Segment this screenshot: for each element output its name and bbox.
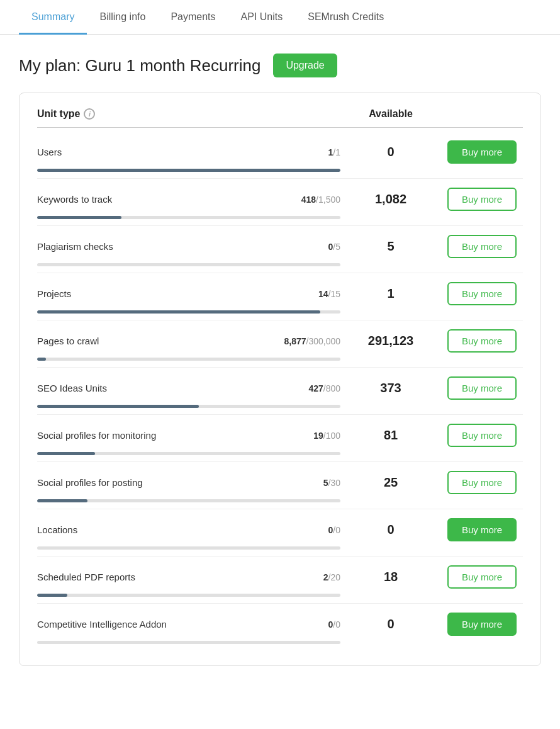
unit-available: 5 bbox=[340, 239, 441, 254]
buy-btn-wrapper: Buy more bbox=[441, 376, 523, 400]
buy-more-button[interactable]: Buy more bbox=[447, 613, 517, 636]
tab-summary[interactable]: Summary bbox=[19, 0, 87, 35]
buy-more-button[interactable]: Buy more bbox=[447, 140, 517, 164]
row-top-8: Locations0/00Buy more bbox=[37, 518, 523, 541]
buy-more-button[interactable]: Buy more bbox=[447, 188, 517, 211]
page-title-area: My plan: Guru 1 month Recurring Upgrade bbox=[0, 54, 560, 93]
buy-more-button[interactable]: Buy more bbox=[447, 329, 517, 353]
progress-bar-bg bbox=[37, 641, 340, 644]
unit-available: 0 bbox=[340, 523, 441, 537]
unit-usage: 5/30 bbox=[265, 478, 340, 488]
buy-more-button[interactable]: Buy more bbox=[447, 282, 517, 305]
unit-usage: 427/800 bbox=[265, 383, 340, 393]
table-row: Scheduled PDF reports2/2018Buy more bbox=[37, 557, 523, 604]
buy-btn-wrapper: Buy more bbox=[441, 424, 523, 447]
progress-row bbox=[37, 167, 523, 172]
unit-name: Social profiles for posting bbox=[37, 477, 265, 488]
table-row: Pages to crawl8,877/300,000291,123Buy mo… bbox=[37, 320, 523, 368]
info-icon[interactable]: i bbox=[84, 108, 95, 120]
progress-row bbox=[37, 592, 523, 597]
buy-btn-wrapper: Buy more bbox=[441, 235, 523, 258]
unit-available: 1,082 bbox=[340, 192, 441, 206]
progress-bar-bg bbox=[37, 310, 340, 314]
table-row: Plagiarism checks0/55Buy more bbox=[37, 226, 523, 273]
table-header: Unit type i Available bbox=[37, 108, 523, 128]
table-row: Users1/10Buy more bbox=[37, 132, 523, 179]
row-top-2: Plagiarism checks0/55Buy more bbox=[37, 235, 523, 258]
unit-name: Social profiles for monitoring bbox=[37, 430, 265, 441]
table-row: Competitive Intelligence Addon0/00Buy mo… bbox=[37, 604, 523, 650]
progress-row bbox=[37, 498, 523, 502]
unit-name: Locations bbox=[37, 524, 265, 535]
buy-more-button[interactable]: Buy more bbox=[447, 235, 517, 258]
unit-name: Plagiarism checks bbox=[37, 241, 265, 252]
progress-row bbox=[37, 309, 523, 314]
progress-row bbox=[37, 262, 523, 266]
unit-usage: 0/5 bbox=[265, 242, 340, 252]
row-top-0: Users1/10Buy more bbox=[37, 140, 523, 164]
progress-bar-bg bbox=[37, 405, 340, 408]
table-row: Social profiles for posting5/3025Buy mor… bbox=[37, 462, 523, 509]
table-row: Locations0/00Buy more bbox=[37, 509, 523, 557]
unit-name: Keywords to track bbox=[37, 194, 265, 205]
unit-name: Projects bbox=[37, 288, 265, 299]
progress-row bbox=[37, 404, 523, 408]
upgrade-button[interactable]: Upgrade bbox=[273, 54, 337, 77]
unit-usage: 418/1,500 bbox=[265, 195, 340, 205]
unit-usage: 0/0 bbox=[265, 525, 340, 535]
unit-available: 0 bbox=[340, 145, 441, 159]
progress-bar-bg bbox=[37, 169, 340, 172]
progress-bar-bg bbox=[37, 499, 340, 502]
row-top-4: Pages to crawl8,877/300,000291,123Buy mo… bbox=[37, 329, 523, 353]
buy-more-button[interactable]: Buy more bbox=[447, 565, 517, 589]
buy-btn-wrapper: Buy more bbox=[441, 613, 523, 636]
buy-more-button[interactable]: Buy more bbox=[447, 518, 517, 541]
buy-btn-wrapper: Buy more bbox=[441, 471, 523, 494]
tab-semrush[interactable]: SEMrush Credits bbox=[295, 0, 396, 35]
tab-payments[interactable]: Payments bbox=[158, 0, 228, 35]
row-top-5: SEO Ideas Units427/800373Buy more bbox=[37, 376, 523, 400]
tab-billing[interactable]: Billing info bbox=[87, 0, 158, 35]
row-top-7: Social profiles for posting5/3025Buy mor… bbox=[37, 471, 523, 494]
unit-name: Pages to crawl bbox=[37, 336, 265, 346]
buy-btn-wrapper: Buy more bbox=[441, 329, 523, 353]
progress-bar-fill bbox=[37, 358, 46, 361]
row-top-1: Keywords to track418/1,5001,082Buy more bbox=[37, 188, 523, 211]
progress-bar-fill bbox=[37, 594, 67, 597]
progress-bar-fill bbox=[37, 310, 320, 314]
progress-bar-bg bbox=[37, 358, 340, 361]
table-row: SEO Ideas Units427/800373Buy more bbox=[37, 368, 523, 415]
row-top-6: Social profiles for monitoring19/10081Bu… bbox=[37, 424, 523, 447]
unit-available: 291,123 bbox=[340, 334, 441, 348]
col-available: Available bbox=[340, 108, 441, 120]
unit-available: 18 bbox=[340, 570, 441, 584]
progress-bar-bg bbox=[37, 216, 340, 219]
progress-bar-bg bbox=[37, 546, 340, 550]
unit-usage: 19/100 bbox=[265, 431, 340, 441]
tab-bar: SummaryBilling infoPaymentsAPI UnitsSEMr… bbox=[0, 0, 560, 35]
unit-name: Scheduled PDF reports bbox=[37, 572, 265, 582]
buy-more-button[interactable]: Buy more bbox=[447, 424, 517, 447]
buy-btn-wrapper: Buy more bbox=[441, 565, 523, 589]
progress-bar-fill bbox=[37, 405, 199, 408]
table-row: Social profiles for monitoring19/10081Bu… bbox=[37, 415, 523, 462]
buy-more-button[interactable]: Buy more bbox=[447, 471, 517, 494]
progress-row bbox=[37, 215, 523, 219]
rows-container: Users1/10Buy moreKeywords to track418/1,… bbox=[37, 132, 523, 650]
row-top-3: Projects14/151Buy more bbox=[37, 282, 523, 305]
unit-usage: 2/20 bbox=[265, 572, 340, 582]
buy-more-button[interactable]: Buy more bbox=[447, 376, 517, 400]
unit-usage: 14/15 bbox=[265, 289, 340, 299]
col-usage bbox=[265, 108, 340, 120]
buy-btn-wrapper: Buy more bbox=[441, 188, 523, 211]
table-row: Keywords to track418/1,5001,082Buy more bbox=[37, 179, 523, 226]
progress-bar-bg bbox=[37, 452, 340, 455]
col-unit-type: Unit type i bbox=[37, 108, 265, 120]
unit-available: 373 bbox=[340, 381, 441, 395]
unit-name: Competitive Intelligence Addon bbox=[37, 619, 265, 630]
unit-usage: 1/1 bbox=[265, 147, 340, 157]
tab-api[interactable]: API Units bbox=[228, 0, 296, 35]
buy-btn-wrapper: Buy more bbox=[441, 140, 523, 164]
progress-row bbox=[37, 545, 523, 550]
summary-card: Unit type i Available Users1/10Buy moreK… bbox=[19, 93, 541, 666]
